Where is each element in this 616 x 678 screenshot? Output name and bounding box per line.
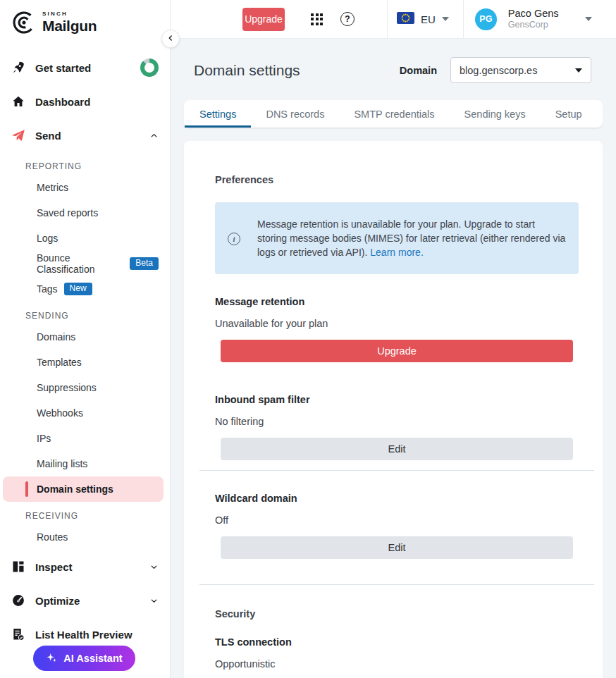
field-message-retention: Message retention Unavailable for your p… (215, 296, 579, 362)
beta-badge: Beta (130, 257, 159, 270)
gauge-icon (11, 593, 25, 608)
topbar: Upgrade ? EU PG Paco Gens GensCorp (171, 0, 616, 39)
sidebar-item-ips[interactable]: IPs (0, 426, 170, 451)
sidebar-item-label: Mailing lists (37, 458, 87, 469)
sidebar-item-label: Domain settings (37, 483, 113, 495)
user-org: GensCorp (508, 20, 559, 31)
info-icon: i (228, 233, 240, 245)
region-label: EU (421, 13, 436, 25)
tab-setup[interactable]: Setup (541, 100, 597, 128)
sidebar-item-mailing-lists[interactable]: Mailing lists (0, 451, 170, 476)
domain-select[interactable]: blog.genscorp.es (450, 57, 591, 83)
get-started-progress-ring (140, 58, 159, 77)
sidebar-group-title-receiving: RECEIVING (0, 502, 170, 524)
sidebar-item-label: Inspect (35, 561, 73, 573)
upgrade-button[interactable]: Upgrade (221, 340, 573, 362)
tab-sending-keys[interactable]: Sending keys (450, 100, 541, 128)
edit-inbound-spam-button[interactable]: Edit (221, 438, 573, 460)
learn-more-link[interactable]: Learn more. (370, 247, 423, 258)
alert-text: Message retention is unavailable for you… (257, 217, 566, 259)
mailgun-swirl-icon (11, 10, 37, 38)
sidebar-item-label: Templates (37, 357, 82, 368)
tab-smtp-credentials[interactable]: SMTP credentials (339, 100, 449, 128)
sidebar-item-metrics[interactable]: Metrics (0, 175, 170, 200)
field-label: TLS connection (215, 636, 579, 648)
sidebar-item-templates[interactable]: Templates (0, 350, 170, 375)
info-alert: i Message retention is unavailable for y… (215, 202, 579, 274)
chevron-down-icon (149, 596, 159, 605)
sidebar-item-domain-settings[interactable]: Domain settings (3, 476, 164, 502)
ai-assistant-button[interactable]: AI Assistant (33, 646, 135, 671)
page-header: Domain settings Domain blog.genscorp.es (184, 57, 603, 83)
sidebar-item-logs[interactable]: Logs (0, 226, 170, 251)
sparkle-icon (46, 652, 57, 665)
sidebar-item-label: Metrics (37, 182, 68, 193)
chevron-left-icon (166, 34, 175, 44)
field-value: Unavailable for your plan (215, 318, 579, 329)
brand-logo: SINCH Mailgun (0, 0, 170, 41)
document-check-icon (11, 627, 25, 641)
field-tls-connection: TLS connection Opportunistic Edit (215, 636, 579, 678)
caret-down-icon (575, 68, 582, 73)
app-grid-icon[interactable] (311, 13, 323, 25)
sidebar-item-label: Suppressions (37, 382, 97, 393)
sidebar-item-label: List Health Preview (35, 629, 133, 641)
sidebar-item-dashboard[interactable]: Dashboard (0, 85, 170, 118)
sidebar-item-suppressions[interactable]: Suppressions (0, 375, 170, 400)
tab-settings[interactable]: Settings (185, 100, 251, 128)
field-value: Off (215, 514, 579, 526)
sidebar-group-title-sending: SENDING (0, 302, 170, 324)
sidebar-item-optimize[interactable]: Optimize (0, 584, 170, 617)
sidebar-item-domains[interactable]: Domains (0, 324, 170, 350)
avatar: PG (475, 8, 497, 30)
sidebar-item-label: Send (35, 130, 61, 142)
field-wildcard-domain: Wildcard domain Off Edit (215, 493, 579, 559)
domain-label: Domain (400, 65, 437, 76)
sidebar-item-send[interactable]: Send (0, 118, 170, 152)
columns-icon (11, 560, 25, 574)
sidebar-item-inspect[interactable]: Inspect (0, 550, 170, 584)
rocket-icon (11, 61, 25, 75)
field-inbound-spam-filter: Inbound spam filter No filtering Edit (215, 394, 579, 460)
sidebar-item-label: Dashboard (35, 96, 90, 108)
edit-wildcard-button[interactable]: Edit (221, 536, 573, 559)
security-heading: Security (215, 608, 579, 620)
sidebar-item-label: Optimize (35, 595, 80, 607)
tab-dns-records[interactable]: DNS records (251, 100, 339, 128)
tab-bar: Settings DNS records SMTP credentials Se… (184, 100, 603, 128)
help-icon[interactable]: ? (340, 12, 355, 26)
paper-plane-icon (11, 128, 25, 142)
user-menu[interactable]: PG Paco Gens GensCorp (464, 0, 616, 39)
sidebar-item-tags[interactable]: Tags New (0, 276, 170, 302)
sidebar-item-bounce-classification[interactable]: Bounce Classification Beta (0, 251, 170, 276)
sidebar-item-saved-reports[interactable]: Saved reports (0, 200, 170, 226)
settings-card: Preferences i Message retention is unava… (184, 141, 603, 678)
sidebar-item-routes[interactable]: Routes (0, 524, 170, 550)
upgrade-button-topbar[interactable]: Upgrade (242, 8, 285, 31)
caret-down-icon (585, 17, 592, 21)
section-divider (199, 584, 594, 585)
sidebar-item-label: Domains (37, 331, 75, 343)
domain-select-value: blog.genscorp.es (460, 65, 537, 76)
sidebar-item-webhooks[interactable]: Webhooks (0, 400, 170, 426)
caret-down-icon (442, 17, 449, 21)
sidebar-collapse-button[interactable] (161, 30, 180, 48)
sidebar-item-label: Saved reports (37, 207, 98, 218)
brand-sinch: SINCH (42, 11, 97, 17)
active-indicator-bar (25, 481, 28, 497)
eu-flag-icon (397, 12, 414, 27)
sidebar-item-label: Routes (37, 531, 68, 543)
field-value: No filtering (215, 416, 579, 427)
main-content: Domain settings Domain blog.genscorp.es … (171, 39, 616, 678)
chevron-down-icon (149, 562, 159, 572)
sidebar-item-get-started[interactable]: Get started (0, 51, 170, 85)
sidebar-item-label: Bounce Classification (37, 252, 123, 275)
page-title: Domain settings (194, 62, 300, 79)
brand-mailgun: Mailgun (42, 18, 97, 33)
user-name: Paco Gens (508, 7, 559, 20)
divider (199, 470, 594, 471)
chevron-up-icon (149, 131, 159, 140)
sidebar: SINCH Mailgun Get started Dashboard (0, 0, 171, 678)
region-selector[interactable]: EU (388, 0, 463, 39)
sidebar-item-label: Webhooks (37, 407, 83, 419)
